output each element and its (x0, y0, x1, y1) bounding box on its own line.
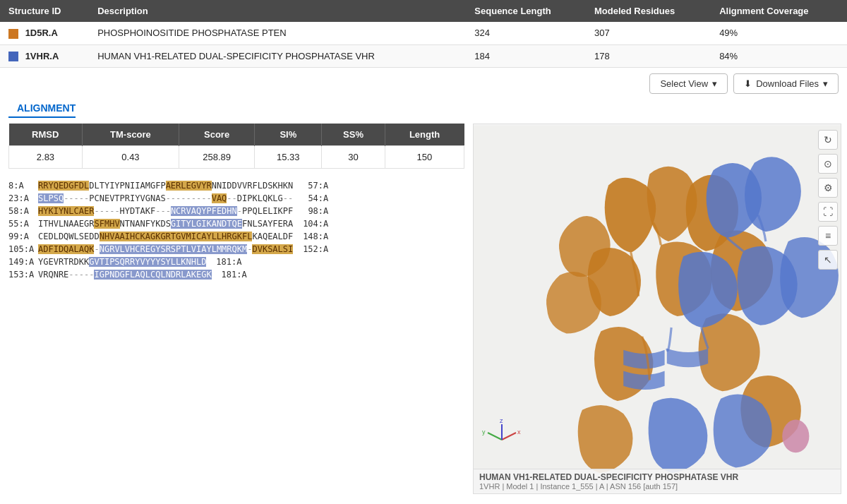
seq-segment: NCRVAQYPFEDHN (171, 206, 237, 216)
svg-line-3 (488, 433, 502, 440)
seq-pair-row: 23:ASLPSQ-----PCNEVTPRIYVGNAS---------VA… (8, 193, 464, 203)
seq-segment: ----- (68, 270, 94, 280)
seq-segment: PPQLELIKPF (242, 206, 293, 216)
left-panel: RMSDTM-scoreScoreSI%SS%Length 2.830.4325… (0, 124, 473, 500)
col-header-description: Description (89, 0, 466, 22)
seq-segment: DIPKLQKLG (237, 193, 283, 203)
seq-segment: ----- (64, 193, 89, 203)
fullscreen-tool[interactable]: ⛶ (818, 202, 838, 222)
stats-col-header: Score (179, 124, 254, 146)
seq-segment: AERLEGVYR (166, 181, 212, 191)
seq-segment: NGRVLVHCREGYSRSPTLVIAYLMMRQKM (100, 244, 248, 254)
sequence-chars: VRQNRE-----IGPNDGFLAQLCQLNDRLAKEGK (38, 270, 212, 280)
stats-cell: 15.33 (255, 146, 322, 169)
viewer-bottom-bar: HUMAN VH1-RELATED DUAL-SPECIFICITY PHOSP… (474, 469, 841, 493)
seq-label-left: 55:A (8, 218, 38, 229)
col-header-seq-length: Sequence Length (466, 0, 586, 22)
seq-label-right: 98:A (299, 205, 328, 216)
stats-col-header: Length (385, 124, 464, 146)
stats-col-header: SI% (255, 124, 322, 146)
seq-label-left: 149:A (8, 256, 38, 267)
table-row: 1VHR.A HUMAN VH1-RELATED DUAL-SPECIFICIT… (0, 44, 847, 68)
cell-seq-length: 184 (466, 44, 586, 68)
stats-col-header: SS% (322, 124, 385, 146)
seq-segment: CEDLDQWLSEDD (38, 232, 100, 241)
stats-cell: 150 (385, 146, 464, 169)
seq-segment: IGPNDGFLAQLCQLNDRLAKEGK (94, 270, 211, 280)
color-indicator (8, 29, 18, 39)
stats-cell: 2.83 (9, 146, 83, 169)
download-icon: ⬇ (744, 78, 752, 89)
stats-table: RMSDTM-scoreScoreSI%SS%Length 2.830.4325… (8, 124, 464, 169)
options-tool[interactable]: ≡ (818, 226, 838, 246)
seq-segment: GITYLGIKANDTQE (171, 219, 242, 229)
stats-cell: 30 (322, 146, 385, 169)
seq-segment: DLTYIYPNIIAMGFP (89, 181, 165, 191)
stats-col-header: RMSD (9, 124, 83, 146)
seq-segment: -- (283, 193, 293, 203)
sequence-chars: RRYQEDGFDLDLTYIYPNIIAMGFPAERLEGVYRNNIDDV… (38, 181, 293, 191)
seq-segment: RRYQEDGFDL (38, 181, 89, 191)
seq-label-left: 153:A (8, 269, 38, 280)
seq-label-left: 8:A (8, 180, 38, 191)
svg-point-1 (782, 420, 809, 453)
seq-segment: DVKSALSI (252, 244, 293, 254)
seq-segment: NHVAAIHCKAGKGRTGVMICAYLLHRGKFL (100, 232, 253, 241)
svg-line-2 (502, 433, 516, 440)
col-header-alignment-coverage: Alignment Coverage (711, 0, 847, 22)
seq-pair-row: 8:ARRYQEDGFDLDLTYIYPNIIAMGFPAERLEGVYRNNI… (8, 180, 464, 191)
seq-label-right: 148:A (299, 231, 328, 241)
seq-segment: --- (155, 206, 171, 216)
chevron-down-icon2: ▾ (823, 78, 828, 89)
seq-segment: DVVRFLDSKHKN (232, 181, 294, 191)
axes: x y z (481, 419, 523, 460)
sequence-chars: YGEVRTRDKKGVTIPSQRRYVYYYSYLLKNHLD (38, 257, 206, 267)
viewer-molecule-label: HUMAN VH1-RELATED DUAL-SPECIFICITY PHOSP… (479, 472, 835, 482)
select-view-button[interactable]: Select View ▾ (649, 73, 728, 94)
seq-label-left: 105:A (8, 244, 38, 254)
stats-col-header: TM-score (82, 124, 179, 146)
seq-pair-row: 105:AADFIDQALAQK-NGRVLVHCREGYSRSPTLVIAYL… (8, 244, 464, 254)
cell-alignment-coverage: 84% (711, 44, 847, 68)
cell-structure-id: 1VHR.A (0, 44, 89, 68)
svg-text:x: x (517, 428, 521, 436)
seq-segment: FNLSAYFERA (242, 219, 293, 229)
stats-cell: 258.89 (179, 146, 254, 169)
download-files-button[interactable]: ⬇ Download Files ▾ (733, 73, 839, 94)
refresh-tool[interactable]: ↻ (818, 130, 838, 150)
seq-pair-row: 58:AHYKIYNLCAER-----HYDTAKF---NCRVAQYPFE… (8, 205, 464, 216)
seq-label-left: 58:A (8, 205, 38, 216)
cell-description: HUMAN VH1-RELATED DUAL-SPECIFICITY PHOSP… (89, 44, 466, 68)
settings-tool[interactable]: ⚙ (818, 178, 838, 198)
seq-segment: - (94, 244, 99, 254)
rotate-tool[interactable]: ⊙ (818, 154, 838, 174)
seq-segment: - (237, 206, 242, 216)
seq-segment: ----- (94, 206, 119, 216)
seq-label-right: 54:A (299, 193, 328, 203)
seq-segment: PCNEVTPRIYVGNAS (89, 193, 165, 203)
seq-label-right: 104:A (299, 218, 328, 229)
seq-segment: SFMHV (94, 219, 119, 229)
svg-text:y: y (482, 428, 486, 436)
toolbar: Select View ▾ ⬇ Download Files ▾ (0, 68, 847, 100)
seq-segment: SLPSQ (38, 193, 64, 203)
seq-label-right: 57:A (299, 180, 328, 191)
seq-segment: VAQ (212, 193, 227, 203)
seq-label-left: 99:A (8, 231, 38, 241)
seq-segment: NNID (212, 181, 232, 191)
select-view-label: Select View (660, 78, 708, 89)
cell-modeled-residues: 178 (586, 44, 711, 68)
sequence-chars: CEDLDQWLSEDDNHVAAIHCKAGKGRTGVMICAYLLHRGK… (38, 232, 293, 241)
seq-segment: GVTIPSQRRYVYYYSYLLKNHLD (89, 257, 206, 267)
seq-label-right: 181:A (217, 269, 247, 280)
cell-alignment-coverage: 49% (711, 22, 847, 44)
sequence-chars: ITHVLNAAEGRSFMHVNTNANFYKDSGITYLGIKANDTQE… (38, 219, 293, 229)
seq-segment: HYDTAKF (120, 206, 156, 216)
seq-label-left: 23:A (8, 193, 38, 203)
cell-description: PHOSPHOINOSITIDE PHOSPHATASE PTEN (89, 22, 466, 44)
download-files-label: Download Files (756, 78, 819, 89)
seq-pair-row: 149:AYGEVRTRDKKGVTIPSQRRYVYYYSYLLKNHLD18… (8, 256, 464, 267)
protein-viewer[interactable]: ↻ ⊙ ⚙ ⛶ ≡ ↖ x y z HUMAN VH1-RELATED DUAL… (473, 124, 841, 494)
select-tool[interactable]: ↖ (818, 250, 838, 270)
seq-label-right: 181:A (212, 256, 241, 267)
